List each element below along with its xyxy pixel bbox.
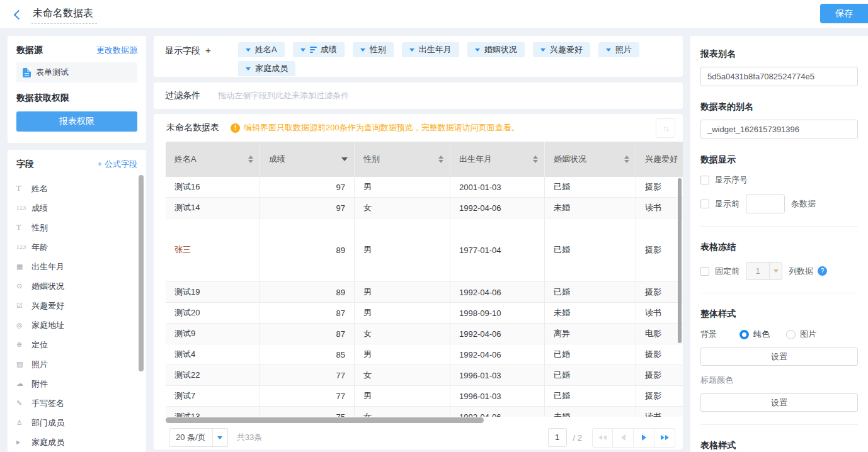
expand-arrow-icon: ▶ [16, 439, 31, 445]
field-item-age[interactable]: 123年龄 [16, 237, 137, 257]
chevron-down-icon [246, 48, 251, 52]
report-alias-input[interactable] [700, 67, 858, 86]
change-datasource-link[interactable]: 更改数据源 [96, 45, 137, 56]
image-radio[interactable] [786, 330, 796, 339]
image-label: 图片 [800, 329, 816, 340]
scrollbar-thumb[interactable] [166, 417, 484, 423]
checkbox-field-icon: ☑ [16, 302, 31, 310]
filter-dropzone[interactable]: 拖动左侧字段到此处来添加过滤条件 [218, 90, 349, 101]
divider [700, 424, 858, 425]
field-item-name[interactable]: T姓名 [16, 179, 137, 198]
field-item-department-member[interactable]: ♙部门成员 [16, 413, 137, 432]
field-item-marital-status[interactable]: ⊙婚姻状况 [16, 276, 137, 296]
pagination-bar: 20 条/页 共33条 1 / 2 [154, 425, 683, 449]
sorted-descending-icon [341, 157, 348, 161]
chip-marital-status[interactable]: 婚姻状况 [467, 42, 525, 57]
field-item-signature[interactable]: ✎手写签名 [16, 393, 137, 413]
chevron-down-icon [769, 263, 782, 280]
table-row[interactable]: 测试1497女1992-04-06未婚读书 [166, 198, 683, 218]
field-item-photo[interactable]: ▨照片 [16, 354, 137, 374]
show-index-checkbox[interactable] [700, 176, 709, 184]
divider [700, 293, 858, 293]
freeze-prefix-label: 固定前 [715, 266, 740, 277]
save-button[interactable]: 保存 [820, 4, 868, 23]
show-first-count-input[interactable] [746, 195, 785, 213]
table-row[interactable]: 测试1375女1992-04-06未婚读书 [166, 407, 683, 417]
back-icon[interactable] [14, 10, 24, 20]
field-item-hobby[interactable]: ☑兴趣爱好 [16, 296, 137, 315]
add-field-icon[interactable]: + [205, 45, 211, 55]
column-header-marital-status[interactable]: 婚姻状况 [545, 142, 636, 177]
previous-page-button[interactable] [613, 428, 634, 448]
chevron-down-icon [300, 48, 306, 52]
overall-style-title: 整体样式 [700, 308, 858, 320]
column-header-name[interactable]: 姓名A [166, 142, 260, 177]
text-field-icon: T [16, 223, 31, 232]
table-row[interactable]: 测试777男1996-01-03已婚摄影 [166, 386, 683, 407]
sort-toggle-icon [438, 155, 443, 163]
first-page-button[interactable] [592, 428, 613, 448]
settings-panel: 报表别名 数据表的别名 数据显示 显示序号 显示前 条数据 表格冻结 固定前 1… [690, 36, 868, 452]
page-title[interactable]: 未命名数据表 [31, 7, 97, 24]
field-item-gender[interactable]: T性别 [16, 218, 137, 237]
table-row[interactable]: 张三89男1977-01-04已婚摄影 [166, 218, 683, 282]
field-item-attachment[interactable]: ☁附件 [16, 374, 137, 393]
chevron-down-icon [246, 67, 251, 71]
title-color-setting-button[interactable]: 设置 [700, 393, 858, 412]
report-alias-label: 报表别名 [700, 48, 858, 60]
next-page-button[interactable] [634, 428, 654, 448]
column-header-score[interactable]: 成绩 [260, 142, 355, 177]
sort-order-button[interactable]: ↑↓ [656, 118, 675, 138]
table-row[interactable]: 测试2277女1996-01-03已婚摄影 [166, 365, 683, 386]
table-horizontal-scrollbar[interactable] [166, 417, 683, 424]
fields-scrollbar[interactable] [139, 175, 144, 371]
page-size-select[interactable]: 20 条/页 [169, 428, 228, 447]
field-item-family-member[interactable]: ▶家庭成员 [16, 432, 137, 452]
filter-label: 过滤条件 [165, 90, 200, 101]
table-freeze-title: 表格冻结 [700, 242, 858, 253]
field-item-location[interactable]: ⊕定位 [16, 335, 137, 354]
freeze-columns-checkbox[interactable] [700, 267, 709, 276]
help-icon[interactable]: ? [818, 266, 827, 276]
column-header-gender[interactable]: 性别 [355, 142, 450, 177]
table-title: 未命名数据表 [166, 122, 219, 133]
chip-family-member[interactable]: 家庭成员 [238, 61, 295, 76]
chip-birthdate[interactable]: 出生年月 [402, 42, 459, 57]
datasource-item[interactable]: 表单测试 [16, 62, 137, 82]
chip-hobby[interactable]: 兴趣爱好 [533, 42, 590, 57]
add-formula-field-link[interactable]: + 公式字段 [98, 159, 137, 170]
current-page-input[interactable]: 1 [548, 428, 567, 447]
table-row[interactable]: 测试1989男1992-04-06已婚摄影 [166, 282, 683, 303]
chip-gender[interactable]: 性别 [353, 42, 394, 57]
table-alias-input[interactable] [700, 120, 858, 139]
field-item-home-address[interactable]: ◎家庭地址 [16, 315, 137, 335]
freeze-count-select[interactable]: 1 [746, 262, 782, 280]
last-page-button[interactable] [654, 428, 675, 448]
chevron-down-icon [409, 48, 414, 52]
field-item-score[interactable]: 123成绩 [16, 198, 137, 218]
table-vertical-scrollbar[interactable] [678, 178, 682, 343]
field-item-birthdate[interactable]: ▦出生年月 [16, 257, 137, 276]
person-icon: ♙ [16, 419, 31, 427]
display-field-chips: 姓名A 成绩 性别 出生年月 婚姻状况 兴趣爱好 照片 家庭成员 [238, 42, 671, 71]
permission-title: 数据获取权限 [16, 93, 137, 104]
background-setting-button[interactable]: 设置 [700, 347, 858, 366]
table-row[interactable]: 测试987女1992-04-06离异电影 [166, 324, 683, 344]
cloud-upload-icon: ☁ [16, 380, 31, 388]
report-permission-button[interactable]: 报表权限 [16, 111, 137, 132]
show-first-checkbox[interactable] [700, 200, 709, 208]
text-field-icon: T [16, 184, 31, 193]
table-row[interactable]: 测试2087男1998-09-10未婚读书 [166, 303, 683, 324]
column-header-birthdate[interactable]: 出生年月 [450, 142, 545, 177]
solid-color-radio[interactable] [740, 330, 749, 339]
chip-name[interactable]: 姓名A [238, 42, 285, 57]
table-row[interactable]: 测试485男1992-04-06已婚摄影 [166, 344, 683, 365]
preview-warning: ! 编辑界面只取数据源前200条作为查询数据预览，完整数据请访问页面查看。 [231, 122, 520, 133]
column-header-hobby[interactable]: 兴趣爱好 [636, 142, 683, 177]
display-fields-card: 显示字段+ 姓名A 成绩 性别 出生年月 婚姻状况 兴趣爱好 照片 家庭成员 [154, 36, 683, 77]
chevron-down-icon [606, 48, 611, 52]
chip-photo[interactable]: 照片 [598, 42, 639, 57]
number-field-icon: 123 [16, 244, 31, 250]
table-row[interactable]: 测试1697男2001-01-03已婚摄影 [166, 177, 683, 198]
chip-score[interactable]: 成绩 [293, 42, 345, 57]
